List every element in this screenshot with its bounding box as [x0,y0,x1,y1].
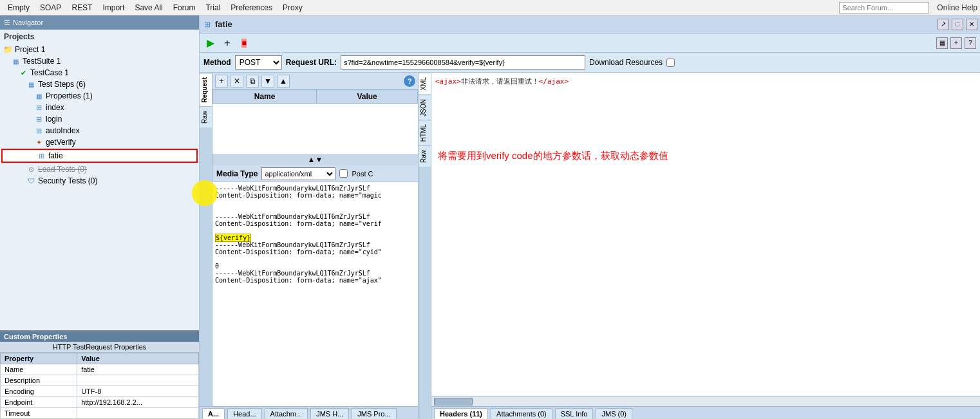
request-form: + ✕ ⧉ ▼ ▲ ? Name [212,73,418,406]
tab-attachm[interactable]: Attachm... [265,408,308,419]
tree-item-properties[interactable]: ▦ Properties (1) [0,90,199,102]
tab-close-btn[interactable]: ✕ [966,19,977,30]
tree-item-autoindex[interactable]: ⊞ autoIndex [0,125,199,136]
securitytests-label: Security Tests (0) [38,176,97,185]
grid-icon: ▦ [10,56,21,66]
play-button[interactable]: ▶ [203,36,218,50]
http-props-header: HTTP TestRequest Properties [0,342,199,353]
props-table: Property Value Name fatie Description [0,353,199,419]
tree-item-securitytests[interactable]: 🛡 Security Tests (0) [0,175,199,187]
response-bottom-tabs: Headers (11) Attachments (0) SSL Info JM… [431,406,980,419]
menu-rest[interactable]: REST [66,2,97,14]
prop-name-label: Name [1,364,77,375]
req-add-btn[interactable]: + [215,75,228,88]
col-value: Value [77,353,199,364]
project1-label: Project 1 [15,45,45,54]
tree-item-getverify[interactable]: ✦ getVerify [0,136,199,148]
tree-item-teststeps[interactable]: ▦ Test Steps (6) [0,79,199,90]
custom-properties-panel: Custom Properties HTTP TestRequest Prope… [0,330,199,419]
tree-item-testsuite1[interactable]: ▦ TestSuite 1 [0,55,199,67]
nv-table: Name Value [212,89,418,104]
response-hscroll[interactable] [431,396,980,406]
vtab-json[interactable]: JSON [419,95,431,120]
tree-item-fatie[interactable]: ⊞ fatie [1,149,198,163]
right-panel: ⊞ fatie ↗ □ ✕ ▶ + ■ ▦ + ? [200,15,980,419]
tab-head[interactable]: Head... [227,408,261,419]
vtab-xml[interactable]: XML [419,73,431,95]
body-line-9: Content-Disposition: form-data; name="aj… [215,277,415,284]
vtab-html[interactable]: HTML [419,120,431,145]
check-icon: ✔ [18,68,28,78]
req-toolbar: + ✕ ⧉ ▼ ▲ ? [212,73,418,89]
menu-empty[interactable]: Empty [3,2,35,14]
menu-trial[interactable]: Trial [200,2,225,14]
tab-maximize-btn[interactable]: □ [952,19,963,30]
media-type-select[interactable]: application/xml application/json multipa… [261,167,335,180]
resp-tab-jms[interactable]: JMS (0) [596,408,632,419]
menu-soap[interactable]: SOAP [35,2,66,14]
req-del-btn[interactable]: ✕ [231,75,243,88]
fatie-label: fatie [48,151,63,160]
tab-jms-pro[interactable]: JMS Pro... [352,408,396,419]
toolbar-btn2[interactable]: + [950,37,962,49]
resp-tab-attachments[interactable]: Attachments (0) [491,408,552,419]
testcase1-label: TestCase 1 [30,68,69,77]
stop-button[interactable]: ■ [237,36,251,50]
req-copy-btn[interactable]: ⧉ [246,75,259,88]
toolbar-btn3[interactable]: ? [965,37,976,49]
menu-preferences[interactable]: Preferences [225,2,278,14]
props-scroll-area[interactable]: Property Value Name fatie Description [0,353,199,419]
download-resources-checkbox[interactable] [666,59,675,67]
navigator-header: ☰ Navigator [0,15,199,30]
menu-save-all[interactable]: Save All [129,2,167,14]
tree-item-testcase1[interactable]: ✔ TestCase 1 [0,67,199,79]
tab-a[interactable]: A... [202,408,225,419]
prop-row-desc: Description [1,375,199,386]
xml-tag-open: <ajax> [435,77,461,86]
tree-item-loadtests[interactable]: ⊙ Load Tests (0) [0,163,199,175]
resp-tab-headers[interactable]: Headers (11) [434,408,488,419]
req-up-btn[interactable]: ▼ [261,75,274,88]
method-label: Method [203,58,231,67]
lightning-icon: ✦ [33,137,44,147]
toolbar-btn1[interactable]: ▦ [936,37,948,49]
add-button[interactable]: + [220,36,234,50]
vtab-raw[interactable]: Raw [200,106,212,127]
prop-to-value [77,408,199,419]
post-check-checkbox[interactable] [339,169,348,178]
menu-import[interactable]: Import [97,2,129,14]
arrow-icon: ▲▼ [308,155,323,164]
props-grid-icon: ▦ [33,91,44,101]
search-input[interactable] [839,2,929,14]
menu-forum[interactable]: Forum [168,2,201,14]
tree-item-index[interactable]: ⊞ index [0,102,199,113]
req-help-btn[interactable]: ? [404,75,415,87]
tree-item-login[interactable]: ⊞ login [0,113,199,125]
body-line-4: Content-Disposition: form-data; name="ve… [215,220,415,227]
col-property: Property [1,353,77,364]
tree-item-project1[interactable]: 📁 Project 1 [0,44,199,55]
tab-jms-h[interactable]: JMS H... [310,408,349,419]
tab-restore-btn[interactable]: ↗ [938,19,949,30]
value-col-header: Value [317,90,418,104]
content-area: Request Raw + ✕ ⧉ ▼ ▲ ? [200,73,980,419]
menu-search-area: Online Help [839,2,977,14]
vtab-request[interactable]: Request [200,73,212,106]
xml-content-area[interactable]: <ajax>非法请求，请返回重试！</ajax> [431,73,980,396]
method-select[interactable]: POST GET PUT DELETE [235,55,282,70]
media-type-label: Media Type [216,169,258,178]
custom-props-header: Custom Properties [0,331,199,342]
req-down-btn[interactable]: ▲ [277,75,290,88]
navigator-label: Navigator [13,19,43,26]
nv-table-container[interactable]: Name Value [212,89,418,154]
media-type-row: Media Type application/xml application/j… [212,165,418,182]
vtab-raw[interactable]: Raw [419,145,431,167]
collapse-arrow[interactable]: ▲▼ [212,154,418,165]
body-line-7: 0 [215,263,415,270]
post-check-label: Post C [352,170,373,178]
hscroll-thumb[interactable] [434,398,473,405]
resp-tab-ssl[interactable]: SSL Info [555,408,594,419]
req-url-input[interactable] [341,55,585,70]
menu-proxy[interactable]: Proxy [278,2,308,14]
prop-desc-value [77,375,199,386]
